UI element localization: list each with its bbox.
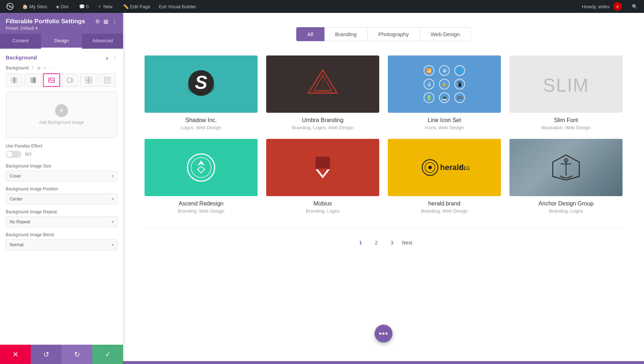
parallax-label: Use Parallax Effect [6,144,117,149]
portfolio-item-herald[interactable]: herald. brand herald.brand Branding, Web… [388,139,501,214]
portfolio-item-lineicon[interactable]: 📶 🖥 🌐 🖨 🔒 📱 [388,55,501,130]
search-icon: 🔍 [632,4,638,9]
exit-builder-item[interactable]: Exit Visual Builder [155,0,200,13]
mask-icon [104,77,111,84]
overflow-icon[interactable]: ⋯ [49,66,53,71]
portfolio-item-shadow[interactable]: S Shadow Inc. Logos, Web Design [145,55,258,130]
grid-icon[interactable]: ▦ [103,18,108,25]
page-1[interactable]: 1 [355,237,366,248]
image-upload-area[interactable]: + Add Background Image [6,91,117,138]
comments-item[interactable]: 💬 0 [75,0,92,13]
mobius-name: Mobius [266,200,379,207]
preset-label: Preset: Default [6,26,34,31]
image-repeat-select[interactable]: No Repeat Repeat Repeat X Repeat Y [6,217,117,227]
question-icon[interactable]: ? [31,66,34,70]
section-menu-icon[interactable]: ⋮ [112,55,117,60]
cursor-icon[interactable]: ↖ [43,66,47,71]
bg-type-video[interactable] [62,73,79,87]
mobius-logo [307,151,339,184]
umbra-thumb-inner [266,55,379,113]
tab-design[interactable]: Design [41,34,82,49]
background-section-header: Background ▲ ⋮ [6,54,117,60]
section-title: Background [6,54,37,60]
svg-text:📶: 📶 [426,68,432,74]
tab-content[interactable]: Content [0,34,41,49]
bg-type-pattern[interactable] [80,73,97,87]
herald-cats: Branding, Web Design [388,208,501,214]
filter-tab-branding[interactable]: Branding [325,27,368,41]
image-position-field: Background Image Position Center Top Lef… [6,186,117,204]
portfolio-item-umbra[interactable]: Umbra Branding Branding, Logos, Web Desi… [266,55,379,130]
portfolio-item-slim[interactable]: SLIM Slim Font Illustration, Web Design [509,55,623,130]
page-next[interactable]: Next [402,240,413,246]
wp-logo-item[interactable] [3,0,17,13]
admin-bar: 🏠 My Sites ◈ Divi 💬 0 ＋ New ✏️ Edit Page… [0,0,644,13]
portfolio-thumb-ascend [145,139,258,196]
filter-tab-webdesign[interactable]: Web Design [420,27,471,41]
edit-icon: ✏️ [123,4,129,9]
anchor-name: Anchor Design Group [509,200,623,207]
preset-chevron: ▾ [35,26,38,31]
gradient-icon [29,77,36,84]
wp-icon [6,3,14,10]
slim-logo: SLIM [545,72,587,97]
bg-type-image[interactable] [43,73,60,87]
image-size-select[interactable]: Cover Contain Auto [6,171,117,181]
portfolio-item-anchor[interactable]: Anchor Design Group Branding, Logos [509,139,623,214]
background-field-label: Background [6,65,29,71]
save-button[interactable]: ✓ [92,345,123,364]
bg-type-mask[interactable] [99,73,116,87]
search-item[interactable]: 🔍 [628,4,641,9]
filter-tab-photography[interactable]: Photography [368,27,420,41]
portfolio-item-mobius[interactable]: Mobius Branding, Logos [266,139,379,214]
video-icon [67,77,74,84]
bg-type-color[interactable] [6,73,23,87]
color-icon [11,77,18,84]
user-greeting[interactable]: Howdy, etdev e [578,2,625,11]
umbra-cats: Branding, Logos, Web Design [266,125,379,130]
page-3[interactable]: 3 [386,237,398,248]
tab-advanced[interactable]: Advanced [82,34,123,49]
sidebar-title-row: Filterable Portfolio Settings ⚙ ▦ ⋮ [6,18,117,25]
background-field-label-row: Background ? 🖥 ↖ ⋯ [6,65,117,71]
portfolio-item-ascend[interactable]: Ascend Redesign Branding, Web Design [145,139,258,214]
image-position-select-wrapper: Center Top Left Top Center Bottom Center [6,194,117,204]
divi-item[interactable]: ◈ Divi [52,0,72,13]
bottom-bar [123,361,644,364]
desktop-icon[interactable]: 🖥 [36,66,40,70]
parallax-toggle-row: NO [6,151,117,158]
undo-button[interactable]: ↺ [31,345,62,364]
filter-tab-all[interactable]: All [296,27,325,41]
exit-builder-label: Exit Visual Builder [159,4,196,9]
umbra-logo [305,66,341,102]
new-item[interactable]: ＋ New [94,0,116,13]
more-icon[interactable]: ⋮ [112,18,117,25]
add-image-plus: + [55,104,68,117]
svg-rect-9 [86,81,88,83]
svg-rect-11 [104,77,110,83]
image-blend-select[interactable]: Normal Multiply Screen Overlay [6,239,117,250]
edit-page-item[interactable]: ✏️ Edit Page [119,0,154,13]
lineicon-name: Line Icon Set [388,117,501,123]
sites-icon: 🏠 [22,4,28,9]
sidebar-preset[interactable]: Preset: Default ▾ [6,26,117,31]
parallax-row: Use Parallax Effect NO [6,144,117,158]
page-2[interactable]: 2 [371,237,382,248]
image-size-label: Background Image Size [6,164,117,169]
image-position-select[interactable]: Center Top Left Top Center Bottom Center [6,194,117,204]
svg-text:brand: brand [459,163,469,172]
user-avatar: e [613,2,622,11]
settings-icon[interactable]: ⚙ [95,18,100,25]
shadow-cats: Logos, Web Design [145,125,258,130]
my-sites-item[interactable]: 🏠 My Sites [19,0,51,13]
cancel-button[interactable]: ✕ [0,345,31,364]
ascend-logo [185,151,217,184]
collapse-icon[interactable]: ▲ [104,55,109,60]
svg-rect-10 [89,81,92,83]
parallax-toggle[interactable] [6,151,21,158]
slim-name: Slim Font [509,117,623,123]
bg-type-gradient[interactable] [24,73,42,87]
redo-button[interactable]: ↻ [62,345,92,364]
sidebar-header: Filterable Portfolio Settings ⚙ ▦ ⋮ Pres… [0,13,123,34]
fab-button[interactable]: ••• [375,325,392,343]
